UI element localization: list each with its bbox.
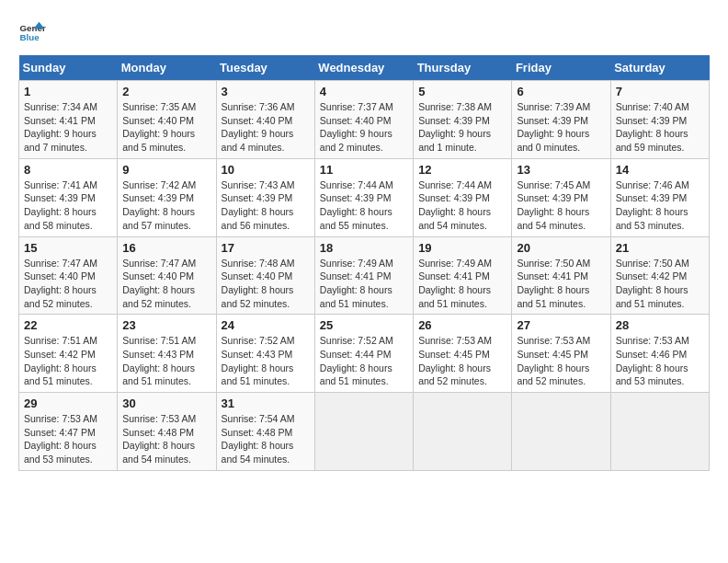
sunset-label: Sunset: 4:48 PM bbox=[222, 427, 293, 438]
sunset-label: Sunset: 4:41 PM bbox=[517, 270, 588, 282]
weekday-header-wednesday: Wednesday bbox=[314, 55, 413, 81]
calendar-week-3: 15 Sunrise: 7:47 AM Sunset: 4:40 PM Dayl… bbox=[19, 236, 710, 315]
daylight-label: Daylight: 8 hours and 52 minutes. bbox=[418, 362, 491, 387]
daylight-label: Daylight: 8 hours and 52 minutes. bbox=[517, 362, 589, 387]
day-number: 23 bbox=[122, 318, 210, 332]
sunrise-label: Sunrise: 7:53 AM bbox=[24, 413, 97, 424]
day-info: Sunrise: 7:47 AM Sunset: 4:40 PM Dayligh… bbox=[24, 257, 112, 311]
daylight-label: Daylight: 8 hours and 51 minutes. bbox=[418, 284, 491, 309]
calendar-cell: 18 Sunrise: 7:49 AM Sunset: 4:41 PM Dayl… bbox=[314, 236, 413, 315]
sunrise-label: Sunrise: 7:35 AM bbox=[122, 101, 196, 112]
day-number: 21 bbox=[616, 241, 704, 255]
sunrise-label: Sunrise: 7:46 AM bbox=[616, 179, 689, 190]
calendar-cell: 20 Sunrise: 7:50 AM Sunset: 4:41 PM Dayl… bbox=[512, 236, 610, 315]
day-number: 2 bbox=[122, 85, 210, 98]
day-number: 4 bbox=[320, 85, 408, 98]
day-info: Sunrise: 7:44 AM Sunset: 4:39 PM Dayligh… bbox=[320, 178, 408, 233]
daylight-label: Daylight: 8 hours and 54 minutes. bbox=[222, 440, 294, 465]
sunrise-label: Sunrise: 7:50 AM bbox=[616, 258, 689, 269]
sunrise-label: Sunrise: 7:42 AM bbox=[122, 179, 196, 190]
daylight-label: Daylight: 9 hours and 5 minutes. bbox=[122, 128, 195, 153]
calendar-cell: 26 Sunrise: 7:53 AM Sunset: 4:45 PM Dayl… bbox=[414, 315, 512, 393]
sunrise-label: Sunrise: 7:52 AM bbox=[222, 335, 295, 346]
day-info: Sunrise: 7:43 AM Sunset: 4:39 PM Dayligh… bbox=[222, 178, 310, 233]
daylight-label: Daylight: 8 hours and 53 minutes. bbox=[24, 440, 97, 465]
daylight-label: Daylight: 9 hours and 2 minutes. bbox=[320, 128, 392, 153]
day-number: 29 bbox=[24, 396, 112, 410]
day-info: Sunrise: 7:38 AM Sunset: 4:39 PM Dayligh… bbox=[418, 100, 506, 155]
weekday-header-saturday: Saturday bbox=[610, 55, 709, 81]
daylight-label: Daylight: 8 hours and 52 minutes. bbox=[222, 284, 294, 309]
sunrise-label: Sunrise: 7:51 AM bbox=[122, 335, 196, 346]
daylight-label: Daylight: 8 hours and 51 minutes. bbox=[616, 284, 688, 309]
day-number: 30 bbox=[122, 396, 210, 410]
daylight-label: Daylight: 8 hours and 56 minutes. bbox=[222, 206, 294, 231]
sunrise-label: Sunrise: 7:44 AM bbox=[320, 179, 393, 190]
day-info: Sunrise: 7:50 AM Sunset: 4:42 PM Dayligh… bbox=[616, 257, 704, 311]
day-number: 1 bbox=[24, 85, 112, 98]
day-info: Sunrise: 7:53 AM Sunset: 4:48 PM Dayligh… bbox=[122, 412, 210, 466]
day-number: 15 bbox=[24, 241, 112, 255]
weekday-header-sunday: Sunday bbox=[19, 55, 118, 81]
weekday-header-tuesday: Tuesday bbox=[216, 55, 314, 81]
day-info: Sunrise: 7:52 AM Sunset: 4:43 PM Dayligh… bbox=[222, 334, 310, 388]
calendar-week-2: 8 Sunrise: 7:41 AM Sunset: 4:39 PM Dayli… bbox=[19, 158, 710, 236]
day-info: Sunrise: 7:53 AM Sunset: 4:45 PM Dayligh… bbox=[517, 334, 605, 388]
day-number: 9 bbox=[122, 163, 210, 177]
calendar-cell: 4 Sunrise: 7:37 AM Sunset: 4:40 PM Dayli… bbox=[314, 81, 413, 159]
calendar-cell: 24 Sunrise: 7:52 AM Sunset: 4:43 PM Dayl… bbox=[216, 315, 314, 393]
sunset-label: Sunset: 4:39 PM bbox=[24, 192, 96, 203]
day-number: 13 bbox=[517, 163, 605, 177]
sunrise-label: Sunrise: 7:34 AM bbox=[24, 101, 97, 112]
sunset-label: Sunset: 4:40 PM bbox=[122, 115, 194, 126]
calendar-cell: 15 Sunrise: 7:47 AM Sunset: 4:40 PM Dayl… bbox=[19, 236, 118, 315]
daylight-label: Daylight: 9 hours and 1 minute. bbox=[418, 128, 491, 153]
day-number: 12 bbox=[418, 163, 506, 177]
day-info: Sunrise: 7:53 AM Sunset: 4:45 PM Dayligh… bbox=[418, 334, 506, 388]
day-number: 18 bbox=[320, 241, 408, 255]
calendar-week-4: 22 Sunrise: 7:51 AM Sunset: 4:42 PM Dayl… bbox=[19, 315, 710, 393]
calendar-cell: 3 Sunrise: 7:36 AM Sunset: 4:40 PM Dayli… bbox=[216, 81, 314, 159]
sunrise-label: Sunrise: 7:53 AM bbox=[122, 413, 196, 424]
day-info: Sunrise: 7:49 AM Sunset: 4:41 PM Dayligh… bbox=[418, 257, 506, 311]
calendar-cell: 6 Sunrise: 7:39 AM Sunset: 4:39 PM Dayli… bbox=[512, 81, 610, 159]
daylight-label: Daylight: 9 hours and 7 minutes. bbox=[24, 128, 97, 153]
day-number: 27 bbox=[517, 318, 605, 332]
sunset-label: Sunset: 4:44 PM bbox=[320, 349, 392, 360]
day-number: 19 bbox=[418, 241, 506, 255]
sunset-label: Sunset: 4:39 PM bbox=[616, 192, 688, 203]
calendar-cell: 8 Sunrise: 7:41 AM Sunset: 4:39 PM Dayli… bbox=[19, 158, 118, 236]
sunrise-label: Sunrise: 7:38 AM bbox=[418, 101, 492, 112]
day-number: 16 bbox=[122, 241, 210, 255]
sunset-label: Sunset: 4:40 PM bbox=[222, 270, 293, 282]
day-info: Sunrise: 7:44 AM Sunset: 4:39 PM Dayligh… bbox=[418, 178, 506, 233]
daylight-label: Daylight: 8 hours and 57 minutes. bbox=[122, 206, 195, 231]
daylight-label: Daylight: 8 hours and 51 minutes. bbox=[320, 284, 392, 309]
day-info: Sunrise: 7:48 AM Sunset: 4:40 PM Dayligh… bbox=[222, 257, 310, 311]
day-info: Sunrise: 7:53 AM Sunset: 4:47 PM Dayligh… bbox=[24, 412, 112, 466]
sunset-label: Sunset: 4:40 PM bbox=[222, 115, 293, 126]
daylight-label: Daylight: 8 hours and 54 minutes. bbox=[418, 206, 491, 231]
day-number: 26 bbox=[418, 318, 506, 332]
calendar-cell: 1 Sunrise: 7:34 AM Sunset: 4:41 PM Dayli… bbox=[19, 81, 118, 159]
day-info: Sunrise: 7:42 AM Sunset: 4:39 PM Dayligh… bbox=[122, 178, 210, 233]
day-number: 14 bbox=[616, 163, 704, 177]
sunset-label: Sunset: 4:39 PM bbox=[517, 115, 588, 126]
sunrise-label: Sunrise: 7:49 AM bbox=[418, 258, 492, 269]
day-info: Sunrise: 7:36 AM Sunset: 4:40 PM Dayligh… bbox=[222, 100, 310, 155]
calendar-cell: 17 Sunrise: 7:48 AM Sunset: 4:40 PM Dayl… bbox=[216, 236, 314, 315]
sunrise-label: Sunrise: 7:44 AM bbox=[418, 179, 492, 190]
calendar-cell: 31 Sunrise: 7:54 AM Sunset: 4:48 PM Dayl… bbox=[216, 393, 314, 471]
day-info: Sunrise: 7:52 AM Sunset: 4:44 PM Dayligh… bbox=[320, 334, 408, 388]
calendar-cell: 22 Sunrise: 7:51 AM Sunset: 4:42 PM Dayl… bbox=[19, 315, 118, 393]
sunset-label: Sunset: 4:43 PM bbox=[222, 349, 293, 360]
calendar-cell: 21 Sunrise: 7:50 AM Sunset: 4:42 PM Dayl… bbox=[610, 236, 709, 315]
day-number: 25 bbox=[320, 318, 408, 332]
day-info: Sunrise: 7:46 AM Sunset: 4:39 PM Dayligh… bbox=[616, 178, 704, 233]
svg-text:Blue: Blue bbox=[20, 32, 40, 42]
weekday-header-friday: Friday bbox=[512, 55, 610, 81]
sunrise-label: Sunrise: 7:54 AM bbox=[222, 413, 295, 424]
day-info: Sunrise: 7:53 AM Sunset: 4:46 PM Dayligh… bbox=[616, 334, 704, 388]
daylight-label: Daylight: 8 hours and 54 minutes. bbox=[122, 440, 195, 465]
calendar-cell: 12 Sunrise: 7:44 AM Sunset: 4:39 PM Dayl… bbox=[414, 158, 512, 236]
